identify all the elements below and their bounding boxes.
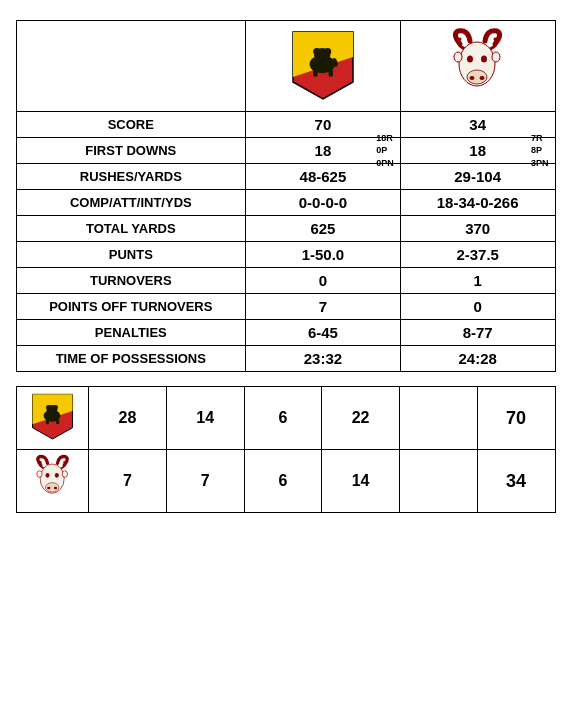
stats-row-5: PUNTS1-50.02-37.5 bbox=[16, 242, 555, 268]
svg-point-30 bbox=[47, 487, 50, 490]
team2-logo bbox=[445, 27, 510, 102]
scoreboard-table: 28 14 6 22 70 bbox=[16, 386, 556, 513]
stat-label-4: TOTAL YARDS bbox=[16, 216, 246, 242]
team1-score-row: 28 14 6 22 70 bbox=[16, 387, 555, 450]
team2-scoreboard-logo bbox=[16, 450, 89, 513]
stat-label-7: POINTS OFF TURNOVERS bbox=[16, 294, 246, 320]
stat-label-2: RUSHES/YARDS bbox=[16, 164, 246, 190]
svg-point-32 bbox=[37, 471, 42, 478]
team1-q3: 6 bbox=[244, 387, 322, 450]
svg-point-14 bbox=[470, 76, 475, 80]
stats-table: SCORE7034FIRST DOWNS1818R0P0PN187R8P3PNR… bbox=[16, 20, 556, 372]
svg-point-31 bbox=[54, 487, 57, 490]
stat-team2-4: 370 bbox=[400, 216, 555, 242]
team1-ot bbox=[399, 387, 477, 450]
team1-q2: 14 bbox=[166, 387, 244, 450]
fd-sub-team1: 18R0P0PN bbox=[376, 132, 394, 170]
svg-point-28 bbox=[55, 473, 59, 478]
team1-final: 70 bbox=[477, 387, 555, 450]
fd-main-team1: 18 bbox=[315, 142, 332, 159]
label-header bbox=[16, 21, 246, 112]
stat-team2-5: 2-37.5 bbox=[400, 242, 555, 268]
svg-point-22 bbox=[46, 405, 51, 410]
stat-team2-6: 1 bbox=[400, 268, 555, 294]
team2-q2: 7 bbox=[166, 450, 244, 513]
svg-point-11 bbox=[467, 56, 473, 63]
stat-label-9: TIME OF POSSESSIONS bbox=[16, 346, 246, 372]
stat-team1-8: 6-45 bbox=[246, 320, 401, 346]
svg-point-15 bbox=[480, 76, 485, 80]
svg-rect-7 bbox=[313, 70, 318, 77]
svg-rect-8 bbox=[328, 70, 333, 77]
stats-row-1: FIRST DOWNS1818R0P0PN187R8P3PN bbox=[16, 138, 555, 164]
team2-q1: 7 bbox=[89, 450, 167, 513]
team2-final: 34 bbox=[477, 450, 555, 513]
stats-row-8: PENALTIES6-458-77 bbox=[16, 320, 555, 346]
stat-team1-9: 23:32 bbox=[246, 346, 401, 372]
stat-team2-8: 8-77 bbox=[400, 320, 555, 346]
team1-logo bbox=[288, 27, 358, 102]
team2-score-row: 7 7 6 14 34 bbox=[16, 450, 555, 513]
team2-q4: 14 bbox=[322, 450, 400, 513]
stats-row-4: TOTAL YARDS625370 bbox=[16, 216, 555, 242]
svg-point-17 bbox=[492, 52, 500, 62]
stat-label-6: TURNOVERS bbox=[16, 268, 246, 294]
stat-team1-7: 7 bbox=[246, 294, 401, 320]
fd-main-team2: 18 bbox=[469, 142, 486, 159]
team1-logo-cell bbox=[246, 21, 401, 112]
stat-label-1: FIRST DOWNS bbox=[16, 138, 246, 164]
stat-team1-5: 1-50.0 bbox=[246, 242, 401, 268]
team2-small-logo bbox=[25, 454, 80, 504]
stat-team2-7: 0 bbox=[400, 294, 555, 320]
svg-point-16 bbox=[454, 52, 462, 62]
stat-team2-1: 187R8P3PN bbox=[400, 138, 555, 164]
stat-label-3: COMP/ATT/INT/YDS bbox=[16, 190, 246, 216]
stat-label-5: PUNTS bbox=[16, 242, 246, 268]
stats-row-7: POINTS OFF TURNOVERS70 bbox=[16, 294, 555, 320]
team1-scoreboard-logo bbox=[16, 387, 89, 450]
stat-team2-3: 18-34-0-266 bbox=[400, 190, 555, 216]
svg-point-12 bbox=[481, 56, 487, 63]
stat-team1-6: 0 bbox=[246, 268, 401, 294]
stats-row-6: TURNOVERS01 bbox=[16, 268, 555, 294]
stats-row-2: RUSHES/YARDS48-62529-104 bbox=[16, 164, 555, 190]
svg-point-23 bbox=[53, 405, 58, 410]
svg-rect-24 bbox=[46, 419, 49, 424]
stat-team2-9: 24:28 bbox=[400, 346, 555, 372]
stat-team1-1: 1818R0P0PN bbox=[246, 138, 401, 164]
svg-rect-25 bbox=[56, 419, 59, 424]
team2-q3: 6 bbox=[244, 450, 322, 513]
team1-small-logo bbox=[25, 391, 80, 441]
svg-point-6 bbox=[318, 51, 327, 58]
svg-point-33 bbox=[62, 471, 67, 478]
team1-q4: 22 bbox=[322, 387, 400, 450]
stat-label-8: PENALTIES bbox=[16, 320, 246, 346]
stat-label-0: SCORE bbox=[16, 112, 246, 138]
stat-team1-4: 625 bbox=[246, 216, 401, 242]
stats-row-9: TIME OF POSSESSIONS23:3224:28 bbox=[16, 346, 555, 372]
stats-row-0: SCORE7034 bbox=[16, 112, 555, 138]
fd-sub-team2: 7R8P3PN bbox=[531, 132, 549, 170]
stats-row-3: COMP/ATT/INT/YDS0-0-0-018-34-0-266 bbox=[16, 190, 555, 216]
team1-q1: 28 bbox=[89, 387, 167, 450]
stat-team1-3: 0-0-0-0 bbox=[246, 190, 401, 216]
team2-ot bbox=[399, 450, 477, 513]
team2-logo-cell bbox=[400, 21, 555, 112]
svg-point-27 bbox=[45, 473, 49, 478]
